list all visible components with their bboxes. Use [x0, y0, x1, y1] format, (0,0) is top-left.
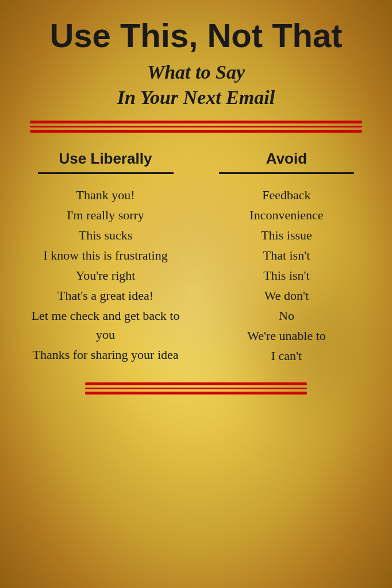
main-title: Use This, Not That	[49, 17, 342, 54]
list-item: I can't	[271, 346, 302, 365]
bottom-divider-line-1	[85, 382, 306, 385]
bottom-divider-line-3	[85, 392, 306, 394]
main-content: Use This, Not That What to Say In Your N…	[11, 17, 381, 394]
list-item: That isn't	[263, 246, 310, 265]
divider-line-1	[30, 121, 362, 123]
top-divider	[30, 121, 362, 133]
list-item: Let me check and get back to you	[21, 306, 190, 344]
list-item: No	[279, 306, 294, 325]
list-item: You're right	[76, 266, 136, 285]
avoid-underline	[219, 172, 355, 174]
bottom-divider	[85, 365, 306, 394]
list-item: We don't	[264, 286, 309, 305]
use-liberally-header: Use Liberally	[59, 150, 152, 168]
subtitle-line1: What to Say	[147, 61, 245, 83]
use-liberally-items: Thank you! I'm really sorry This sucks I…	[21, 185, 190, 364]
list-item: This issue	[261, 226, 312, 245]
list-item: Inconvenience	[249, 206, 323, 225]
list-item: I'm really sorry	[67, 206, 144, 225]
use-liberally-underline	[38, 172, 174, 174]
subtitle: What to Say In Your Next Email	[117, 60, 275, 110]
list-item: This sucks	[79, 226, 133, 245]
columns-container: Use Liberally Thank you! I'm really sorr…	[21, 150, 371, 365]
use-liberally-column: Use Liberally Thank you! I'm really sorr…	[21, 150, 190, 365]
divider-line-2	[30, 126, 362, 127]
list-item: Thank you!	[76, 185, 135, 204]
background: Use This, Not That What to Say In Your N…	[0, 0, 392, 588]
list-item: We're unable to	[247, 326, 326, 345]
divider-line-3	[30, 130, 362, 133]
list-item: That's a great idea!	[57, 286, 153, 305]
avoid-column: Avoid Feedback Inconvenience This issue …	[202, 150, 371, 365]
list-item: Thanks for sharing your idea	[32, 345, 178, 364]
list-item: Feedback	[262, 185, 310, 204]
avoid-items: Feedback Inconvenience This issue That i…	[247, 185, 326, 365]
list-item: I know this is frustrating	[43, 246, 167, 265]
subtitle-line2: In Your Next Email	[117, 87, 275, 108]
list-item: This isn't	[263, 266, 309, 285]
avoid-header: Avoid	[266, 150, 307, 168]
bottom-divider-line-2	[85, 388, 306, 389]
